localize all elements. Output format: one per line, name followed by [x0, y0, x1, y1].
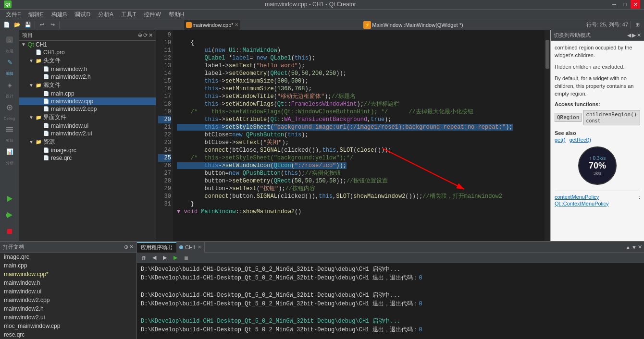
see-also-link-get[interactable]: get() — [555, 137, 566, 143]
menu-build[interactable]: 构建B — [48, 10, 71, 20]
doc-item-mainwindow-cpp[interactable]: mainwindow.cpp* — [0, 270, 136, 278]
tree-label-mainwindow-cpp: mainwindow.cpp — [51, 98, 93, 105]
output-content[interactable]: D:\KDevelop\build-CH1-Desktop_Qt_5_0_2_M… — [137, 263, 644, 339]
action-debug-run[interactable] — [2, 207, 17, 223]
sidebar-close-btn[interactable]: ✕ — [149, 32, 153, 38]
output-btn-prev[interactable]: ◀ — [149, 254, 159, 262]
qt-project-icon: Qt — [27, 41, 35, 48]
menu-tools[interactable]: 工具T — [117, 10, 140, 20]
code-area[interactable]: 9 10 11 12 13 14 15 16 17 18 19 20 21 22… — [156, 30, 550, 241]
tree-item-ui-files[interactable]: ▼ 📁 界面文件 — [19, 113, 156, 122]
editor-scrollbar[interactable] — [545, 30, 550, 241]
property-section: contextMenuPolicy : Qt::ContextMenuPolic… — [555, 191, 640, 206]
action-stop[interactable] — [2, 224, 17, 239]
menu-control[interactable]: 控件W — [140, 10, 164, 20]
tree-item-sources[interactable]: ▼ 📁 源文件 — [19, 81, 156, 90]
menu-analyze[interactable]: 分析A — [94, 10, 117, 20]
sidebar-sync-btn[interactable]: ⟳ — [143, 32, 148, 38]
see-also-link-getrect[interactable]: getRect() — [570, 137, 591, 143]
editor-tab-close[interactable]: ✕ — [235, 22, 238, 27]
right-panel-header: 切换到帮助模式 ◀ ▶ ✕ — [551, 30, 644, 41]
action-design[interactable]: ◈ — [2, 77, 17, 93]
action-run[interactable] — [2, 191, 17, 206]
action-welcome[interactable]: ⌂ — [2, 32, 17, 48]
sidebar: 项目 ⊕ ⟳ ✕ ▼ Qt CH1 📄 CH1.pro — [19, 30, 156, 241]
tree-item-mainwindow-ui[interactable]: 📄 mainwindow.ui — [19, 122, 156, 130]
tree-item-mainwindow2-h[interactable]: 📄 mainwindow2.h — [19, 73, 156, 81]
ch1-tab[interactable]: CH1 ✕ — [176, 242, 205, 253]
open-docs-title: 打开文档 — [3, 243, 24, 251]
open-docs-close[interactable]: ✕ — [129, 244, 134, 250]
doc-item-mainwindow-h[interactable]: mainwindow.h — [0, 278, 136, 287]
toolbar-open[interactable]: 📂 — [12, 21, 22, 29]
editor-area: 9 10 11 12 13 14 15 16 17 18 19 20 21 22… — [156, 30, 550, 241]
action-welcome-label: 欢迎 — [6, 48, 13, 54]
doc-item-mainwindow2-cpp[interactable]: mainwindow2.cpp — [0, 296, 136, 304]
tree-item-mainwindow2-ui[interactable]: 📄 mainwindow2.ui — [19, 130, 156, 137]
tree-arrow-res: ▼ — [29, 139, 35, 145]
menu-help[interactable]: 帮助H — [165, 10, 188, 20]
doc-item-main-cpp[interactable]: main.cpp — [0, 261, 136, 270]
network-overlay-area: ↑ 0.3k/s 70% 3k/s — [555, 146, 640, 185]
tree-item-image-qrc[interactable]: 📄 image.qrc — [19, 146, 156, 154]
qt-context-menu-policy-link[interactable]: Qt::ContextMenuPolicy — [555, 201, 640, 206]
toolbar-split[interactable]: ⊞ — [632, 21, 642, 29]
toolbar-undo[interactable]: ↩ — [37, 21, 47, 29]
open-docs-filter[interactable]: ⊕ — [124, 244, 128, 250]
action-edit[interactable]: ✎ — [2, 55, 17, 70]
maximize-button[interactable]: □ — [620, 0, 630, 9]
output-btn-clear[interactable]: 🗑 — [139, 254, 149, 262]
toolbar-redo[interactable]: ↪ — [48, 21, 57, 29]
tree-item-headers[interactable]: ▼ 📁 头文件 — [19, 56, 156, 65]
ch1-tab-close[interactable]: ✕ — [198, 244, 201, 250]
right-panel-nav-next[interactable]: ▶ — [632, 32, 636, 38]
tree-item-mainwindow2-cpp[interactable]: 📄 mainwindow2.cpp — [19, 105, 156, 113]
output-line-4: D:\KDevelop\build-CH1-Desktop_Qt_5_0_2_M… — [141, 291, 640, 300]
mainwindow2-h-icon: 📄 — [42, 73, 50, 80]
output-nav-prev[interactable]: ▲ — [625, 244, 631, 250]
doc-item-mainwindow2-h[interactable]: mainwindow2.h — [0, 304, 136, 313]
tree-item-main-cpp[interactable]: 📄 main.cpp — [19, 90, 156, 97]
action-projects[interactable] — [2, 121, 17, 137]
right-panel-title: 切换到帮助模式 — [554, 32, 591, 39]
action-analyze[interactable]: 📊 — [2, 144, 17, 159]
close-button[interactable]: ✕ — [631, 0, 640, 9]
tree-label-resources: 资源 — [43, 138, 55, 146]
tree-item-resources[interactable]: ▼ 📁 资源 — [19, 137, 156, 146]
right-panel-close[interactable]: ✕ — [637, 32, 641, 38]
tree-item-rese-qrc[interactable]: 📄 rese.qrc — [19, 154, 156, 162]
doc-item-mainwindow2-ui[interactable]: mainwindow2.ui — [0, 313, 136, 322]
tree-item-ch1[interactable]: ▼ Qt CH1 — [19, 41, 156, 48]
property-type: : — [639, 194, 640, 200]
output-btn-run[interactable]: ▶ — [171, 254, 180, 262]
doc-item-rese-qrc[interactable]: rese.qrc — [0, 330, 136, 339]
tree-item-mainwindow-cpp[interactable]: 📄 mainwindow.cpp — [19, 97, 156, 105]
right-panel-nav-prev[interactable]: ◀ — [627, 32, 631, 38]
network-percent: 70% — [589, 161, 606, 171]
sidebar-filter-btn[interactable]: ⊕ — [138, 32, 142, 38]
code-editor[interactable]: { ui(new Ui::MainWindow) QLabel *label= … — [173, 30, 545, 241]
doc-item-image-qrc[interactable]: image.qrc — [0, 253, 136, 261]
editor-tab-label[interactable]: mainwindow.cpp* — [193, 22, 234, 28]
menu-edit[interactable]: 编辑E — [25, 10, 48, 20]
toolbar-save[interactable]: 💾 — [23, 21, 33, 29]
mainwindow2-cpp-icon: 📄 — [42, 106, 50, 112]
output-tab-app[interactable]: 应用程序输出 — [137, 242, 176, 253]
toolbar-new[interactable]: 📄 — [2, 21, 12, 29]
doc-item-moc-mainwindow-cpp[interactable]: moc_mainwindow.cpp — [0, 322, 136, 330]
mainwindow-cpp-icon: 📄 — [42, 98, 50, 105]
action-debug[interactable] — [2, 100, 17, 115]
output-line-6 — [141, 308, 640, 317]
minimize-button[interactable]: ─ — [609, 0, 619, 9]
menu-debug[interactable]: 调试D — [71, 10, 94, 20]
output-nav-next[interactable]: ▼ — [632, 244, 637, 250]
tree-item-ch1pro[interactable]: 📄 CH1.pro — [19, 48, 156, 56]
menu-file[interactable]: 文件F — [2, 10, 25, 20]
output-close[interactable]: ✕ — [638, 244, 642, 250]
output-btn-next[interactable]: ▶ — [160, 254, 170, 262]
context-menu-policy-link[interactable]: contextMenuPolicy — [555, 194, 599, 200]
network-speed-down: 3k/s — [594, 171, 602, 176]
output-btn-stop[interactable]: ⏹ — [181, 254, 191, 262]
doc-item-mainwindow-ui[interactable]: mainwindow.ui — [0, 287, 136, 296]
tree-item-mainwindow-h[interactable]: 📄 mainwindow.h — [19, 65, 156, 73]
